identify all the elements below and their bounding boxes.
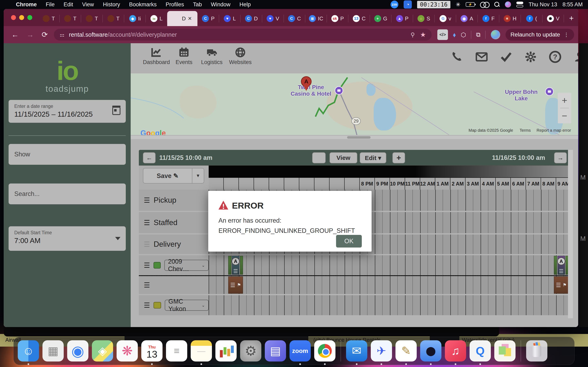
drag-handle-icon[interactable]: ☰ (144, 262, 150, 269)
browser-tab[interactable]: ✶H (499, 11, 521, 26)
person-icon[interactable] (573, 50, 578, 64)
dock-music[interactable]: ♫ (445, 340, 466, 361)
browser-tab[interactable]: ≣IC (305, 11, 327, 26)
search-input[interactable]: Search... (9, 184, 126, 204)
menu-item-history[interactable]: History (103, 1, 120, 8)
site-settings-icon[interactable]: ⚏ (60, 32, 64, 38)
dock-stickies[interactable] (494, 340, 516, 361)
browser-tab[interactable]: D✕ (167, 11, 198, 26)
add-button[interactable]: + (392, 152, 405, 163)
browser-tab[interactable]: f( (521, 11, 543, 26)
reload-button[interactable]: ⟳ (42, 30, 48, 39)
drag-handle-icon[interactable]: ☰ (144, 197, 150, 204)
close-tab-icon[interactable]: ✕ (188, 16, 192, 21)
tag-extension-icon[interactable]: ⬧ (453, 31, 456, 39)
browser-tab[interactable]: CC (284, 11, 305, 26)
app-menu-chrome[interactable]: Chrome (16, 1, 37, 8)
dock-finder[interactable]: ☺ (18, 340, 39, 361)
dock-launchpad[interactable]: ▦ (43, 340, 64, 361)
browser-tab[interactable]: 13C (348, 11, 370, 26)
menu-item-bookmarks[interactable]: Bookmarks (129, 1, 156, 8)
browser-tab[interactable]: T (81, 11, 103, 26)
view-button[interactable]: View (329, 152, 357, 163)
dock-safari[interactable]: ◉ (67, 340, 88, 361)
calendar-icon[interactable] (112, 107, 121, 115)
nav-dashboard[interactable]: Dashboard (143, 47, 170, 66)
dock-numbers[interactable] (215, 340, 237, 361)
dock-zoom-app[interactable]: zoom (290, 340, 311, 361)
map-zoom-in-button[interactable]: + (558, 93, 571, 108)
browser-tab[interactable]: ioL (146, 11, 167, 26)
browser-tab[interactable]: CP (198, 11, 219, 26)
schedule-event[interactable]: A☰ (554, 256, 569, 275)
map[interactable]: Twin PineCasino & Hotel A 29 Upper Bohn … (131, 73, 578, 135)
schedule-event[interactable]: A☰ (228, 256, 243, 275)
browser-tab[interactable]: +G (370, 11, 392, 26)
battery-icon[interactable]: ⚡ (466, 2, 475, 7)
side-panel-icon[interactable]: ⧉ (476, 31, 480, 38)
new-tab-button[interactable]: + (569, 14, 574, 22)
planner-next-button[interactable]: → (554, 152, 567, 163)
menu-item-help[interactable]: Help (240, 1, 251, 8)
row-label-cell[interactable]: ☰ (139, 276, 209, 294)
location-pin-icon[interactable]: ⚲ (411, 31, 415, 38)
event-drag-icon[interactable]: ☰ (556, 282, 561, 289)
ok-button[interactable]: OK (336, 235, 362, 248)
event-green-bar[interactable] (554, 256, 557, 275)
row-label-cell[interactable]: ☰2009 Chev…⌄ (139, 255, 209, 275)
menu-item-file[interactable]: File (46, 1, 55, 8)
spinner-menu-icon[interactable]: ✳ (456, 1, 460, 8)
browser-tab[interactable]: ◆Ii (124, 11, 146, 26)
url-bar[interactable]: ⚏ rental.software/account/#/deliveryplan… (54, 29, 432, 41)
browser-tab[interactable]: Gv (435, 11, 456, 26)
drag-handle-icon[interactable]: ☰ (144, 219, 150, 226)
help-icon[interactable]: ? (549, 50, 562, 64)
minimize-window-button[interactable] (19, 15, 24, 20)
drag-handle-icon[interactable]: ☰ (144, 302, 150, 309)
control-center-icon[interactable] (516, 2, 523, 7)
dock-textedit[interactable]: ✎ (396, 340, 417, 361)
row-label-cell[interactable]: ☰Pickup (139, 190, 209, 211)
map-terms-link[interactable]: Terms (520, 128, 531, 133)
bookmark-star-icon[interactable]: ★ (420, 31, 426, 39)
back-button[interactable]: ← (11, 30, 19, 39)
profile-avatar[interactable] (491, 30, 500, 39)
dock-remote[interactable]: ▤ (265, 340, 286, 361)
event-main-bar[interactable]: A☰ (232, 256, 239, 275)
browser-tab[interactable]: T (60, 11, 81, 26)
browser-tab[interactable]: ▲P (391, 11, 413, 26)
nav-websites[interactable]: Websites (229, 47, 252, 66)
timer-app-icon[interactable]: ◔ (404, 0, 412, 8)
scrollbar-thumb[interactable] (347, 136, 371, 139)
browser-tab[interactable]: ♥L (219, 11, 241, 26)
vehicle-select[interactable]: 2009 Chev…⌄ (164, 260, 209, 271)
show-button[interactable]: Show (9, 144, 126, 165)
default-start-time-select[interactable]: Default Start Time 7:00 AM (9, 226, 126, 251)
event-main-bar[interactable]: A☰ (558, 256, 565, 275)
siri-icon[interactable] (505, 1, 511, 8)
dock-photos[interactable]: ❋ (117, 340, 138, 361)
row-label-cell[interactable]: ☰Delivery (139, 234, 209, 254)
save-caret-icon[interactable]: ▼ (192, 173, 204, 178)
menu-item-profiles[interactable]: Profiles (165, 1, 184, 8)
row-grid[interactable]: ☰⚑☰⚑ (209, 276, 572, 294)
event-green-bar[interactable] (240, 256, 243, 275)
map-horizontal-scrollbar[interactable] (131, 136, 578, 139)
nav-logistics[interactable]: Logistics (201, 47, 223, 66)
planner-vertical-scrollbar[interactable] (568, 150, 573, 318)
map-zoom-out-button[interactable]: − (558, 108, 571, 123)
drag-handle-icon[interactable]: ☰ (144, 241, 150, 248)
screen-mirroring-icon[interactable] (480, 2, 489, 7)
relaunch-to-update-button[interactable]: Relaunch to update ⋮ (506, 29, 574, 41)
dock-trash[interactable] (526, 340, 547, 361)
nav-events[interactable]: Events (176, 47, 192, 66)
map-poi-icon[interactable] (545, 87, 554, 96)
event-drag-icon[interactable]: ☰ (233, 268, 238, 275)
envelope-icon[interactable] (475, 50, 488, 64)
browser-tab[interactable]: skP (327, 11, 348, 26)
browser-tab[interactable]: T (38, 11, 60, 26)
map-marker-a[interactable]: A (301, 76, 311, 91)
menu-item-view[interactable]: View (82, 1, 94, 8)
menu-item-tab[interactable]: Tab (193, 1, 202, 8)
dock-quicktime[interactable]: Q (470, 340, 491, 361)
